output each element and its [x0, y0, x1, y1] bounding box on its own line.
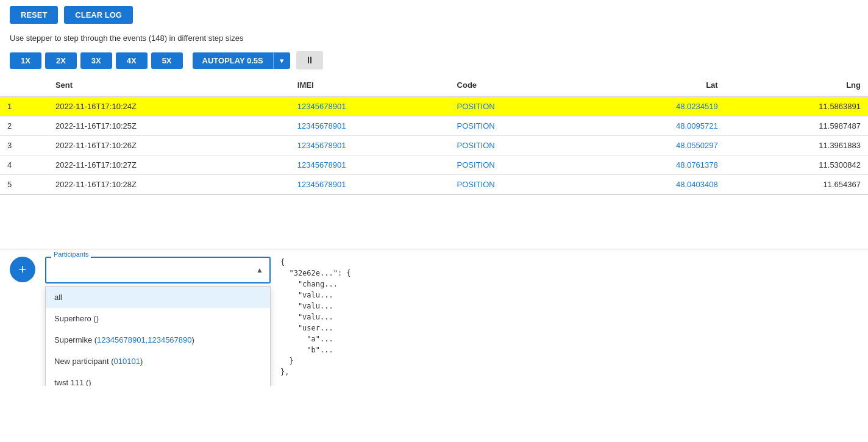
col-lat: Lat — [582, 74, 725, 96]
cell-imei: 12345678901 — [290, 175, 450, 194]
dropdown-item-all[interactable]: all — [46, 287, 270, 308]
step-2x-button[interactable]: 2X — [45, 52, 77, 69]
cell-code: POSITION — [450, 136, 583, 155]
cell-imei: 12345678901 — [290, 136, 450, 155]
cell-imei: 12345678901 — [290, 96, 450, 116]
cell-sent: 2022-11-16T17:10:25Z — [48, 116, 290, 136]
participants-dropdown-list: all Superhero () Supermike (12345678901,… — [45, 286, 271, 386]
cell-code: POSITION — [450, 175, 583, 194]
table-row[interactable]: 42022-11-16T17:10:27Z12345678901POSITION… — [0, 155, 868, 175]
cell-lng: 11.5987487 — [725, 116, 868, 136]
cell-code: POSITION — [450, 96, 583, 116]
add-button[interactable]: + — [10, 257, 35, 282]
cell-lng: 11.3961883 — [725, 136, 868, 155]
table-row[interactable]: 22022-11-16T17:10:25Z12345678901POSITION… — [0, 116, 868, 136]
step-4x-button[interactable]: 4X — [116, 52, 148, 69]
supermike-highlight: 12345678901,1234567890 — [97, 335, 191, 344]
col-code: Code — [450, 74, 583, 96]
cell-lng: 11.5300842 — [725, 155, 868, 175]
autoplay-button[interactable]: AUTOPLAY 0.5S — [193, 52, 273, 69]
participants-label: Participants — [51, 251, 91, 258]
cell-lat: 48.0761378 — [582, 155, 725, 175]
participants-container: Participants ▲ all Superhero () Supermik… — [45, 257, 271, 379]
step-3x-button[interactable]: 3X — [80, 52, 112, 69]
cell-lat: 48.0550297 — [582, 136, 725, 155]
cell-imei: 12345678901 — [290, 155, 450, 175]
table-row[interactable]: 12022-11-16T17:10:24Z12345678901POSITION… — [0, 96, 868, 116]
cell-num: 1 — [0, 96, 48, 116]
autoplay-dropdown-button[interactable]: ▾ — [273, 52, 290, 69]
dropdown-item-superhero[interactable]: Superhero () — [46, 308, 270, 329]
step-1x-button[interactable]: 1X — [10, 52, 41, 69]
dropdown-item-new-participant[interactable]: New participant (010101) — [46, 351, 270, 372]
new-participant-highlight: 010101 — [114, 357, 140, 366]
cell-sent: 2022-11-16T17:10:27Z — [48, 155, 290, 175]
cell-code: POSITION — [450, 116, 583, 136]
participants-select[interactable]: ▲ — [45, 257, 271, 283]
col-num — [0, 74, 48, 96]
table-row[interactable]: 52022-11-16T17:10:28Z12345678901POSITION… — [0, 175, 868, 194]
participants-dropdown-arrow: ▲ — [256, 266, 263, 274]
cell-lat: 48.0095721 — [582, 116, 725, 136]
dropdown-item-twst[interactable]: twst 111 () — [46, 372, 270, 386]
events-table-wrapper: Sent IMEI Code Lat Lng 12022-11-16T17:10… — [0, 74, 868, 194]
events-table: Sent IMEI Code Lat Lng 12022-11-16T17:10… — [0, 74, 868, 194]
info-text: Use stepper to step through the events (… — [0, 30, 868, 46]
clear-log-button[interactable]: CLEAR LOG — [64, 6, 133, 24]
cell-num: 2 — [0, 116, 48, 136]
cell-imei: 12345678901 — [290, 116, 450, 136]
cell-sent: 2022-11-16T17:10:24Z — [48, 96, 290, 116]
cell-num: 3 — [0, 136, 48, 155]
json-panel: { "32e62e...": { "chang... "valu... "val… — [280, 257, 858, 379]
cell-lat: 48.0403408 — [582, 175, 725, 194]
cell-lng: 11.654367 — [725, 175, 868, 194]
cell-num: 5 — [0, 175, 48, 194]
cell-lng: 11.5863891 — [725, 96, 868, 116]
pause-button[interactable]: ⏸ — [296, 51, 323, 70]
cell-lat: 48.0234519 — [582, 96, 725, 116]
table-row[interactable]: 32022-11-16T17:10:26Z12345678901POSITION… — [0, 136, 868, 155]
dropdown-item-supermike[interactable]: Supermike (12345678901,1234567890) — [46, 329, 270, 351]
top-bar: RESET CLEAR LOG — [0, 0, 868, 30]
cell-num: 4 — [0, 155, 48, 175]
step-5x-button[interactable]: 5X — [151, 52, 183, 69]
col-imei: IMEI — [290, 74, 450, 96]
bottom-section: + Participants ▲ all Superhero () Superm… — [0, 249, 868, 386]
cell-sent: 2022-11-16T17:10:26Z — [48, 136, 290, 155]
autoplay-group: AUTOPLAY 0.5S ▾ — [193, 52, 290, 69]
cell-code: POSITION — [450, 155, 583, 175]
table-header-row: Sent IMEI Code Lat Lng — [0, 74, 868, 96]
col-lng: Lng — [725, 74, 868, 96]
col-sent: Sent — [48, 74, 290, 96]
detail-panel — [0, 194, 868, 249]
cell-sent: 2022-11-16T17:10:28Z — [48, 175, 290, 194]
stepper-bar: 1X 2X 3X 4X 5X AUTOPLAY 0.5S ▾ ⏸ — [0, 46, 868, 74]
reset-button[interactable]: RESET — [10, 6, 58, 24]
